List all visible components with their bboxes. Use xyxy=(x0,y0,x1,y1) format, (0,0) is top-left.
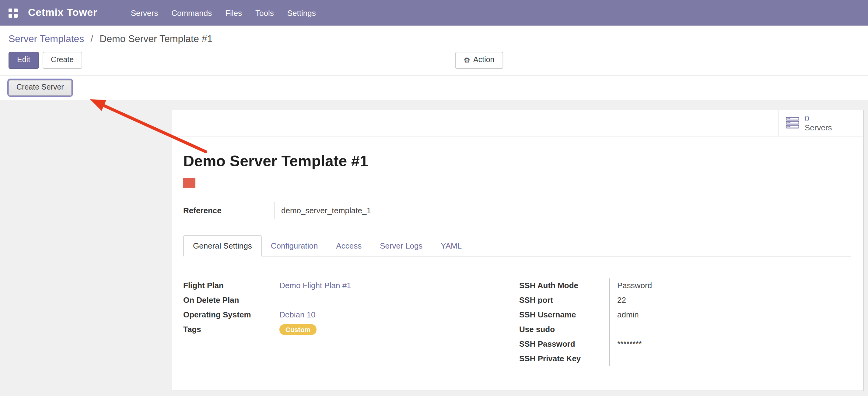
ssh-username-value: admin xyxy=(609,307,851,322)
flight-plan-label: Flight Plan xyxy=(183,278,279,293)
gear-icon: ⚙ xyxy=(464,57,470,64)
ssh-password-value: ******** xyxy=(609,337,851,351)
field-group-right: SSH Auth Mode Password SSH port 22 SSH U… xyxy=(519,278,851,366)
action-dropdown-button[interactable]: ⚙ Action xyxy=(455,52,503,68)
servers-stat-text: 0 Servers xyxy=(805,114,832,132)
control-panel: Server Templates / Demo Server Template … xyxy=(0,26,868,101)
field-row-operating-system: Operating System Debian 10 xyxy=(183,307,519,322)
breadcrumb: Server Templates / Demo Server Template … xyxy=(0,26,868,47)
breadcrumb-separator: / xyxy=(90,33,93,44)
ssh-auth-mode-value: Password xyxy=(609,278,851,293)
use-sudo-value xyxy=(609,322,851,337)
field-row-ssh-auth-mode: SSH Auth Mode Password xyxy=(519,278,851,293)
menu-item-servers[interactable]: Servers xyxy=(124,0,165,25)
on-delete-plan-value xyxy=(279,293,519,307)
field-row-ssh-password: SSH Password ******** xyxy=(519,337,851,351)
field-row-ssh-username: SSH Username admin xyxy=(519,307,851,322)
tab-configuration[interactable]: Configuration xyxy=(262,235,327,256)
servers-label: Servers xyxy=(805,123,832,132)
tab-general-settings-content: Flight Plan Demo Flight Plan #1 On Delet… xyxy=(183,278,851,366)
app-title: Cetmix Tower xyxy=(28,7,97,19)
operating-system-value-link[interactable]: Debian 10 xyxy=(279,310,316,319)
notebook-tabs: General Settings Configuration Access Se… xyxy=(183,235,851,256)
operating-system-label: Operating System xyxy=(183,307,279,322)
action-dropdown-label: Action xyxy=(473,55,495,65)
field-row-ssh-private-key: SSH Private Key xyxy=(519,351,851,366)
ssh-auth-mode-label: SSH Auth Mode xyxy=(519,278,609,293)
menu-item-commands[interactable]: Commands xyxy=(165,0,219,25)
field-row-flight-plan: Flight Plan Demo Flight Plan #1 xyxy=(183,278,519,293)
record-title: Demo Server Template #1 xyxy=(183,152,851,170)
ssh-private-key-label: SSH Private Key xyxy=(519,351,609,366)
reference-label: Reference xyxy=(183,206,275,215)
breadcrumb-current: Demo Server Template #1 xyxy=(99,33,212,44)
reference-field-row: Reference demo_server_template_1 xyxy=(183,202,851,219)
top-navbar: Cetmix Tower Servers Commands Files Tool… xyxy=(0,0,868,26)
ssh-port-value: 22 xyxy=(609,293,851,307)
field-group-left: Flight Plan Demo Flight Plan #1 On Delet… xyxy=(183,278,519,366)
ssh-username-label: SSH Username xyxy=(519,307,609,322)
on-delete-plan-label: On Delete Plan xyxy=(183,293,279,307)
tab-general-settings[interactable]: General Settings xyxy=(183,235,262,256)
tab-access[interactable]: Access xyxy=(327,235,371,256)
app-window: Cetmix Tower Servers Commands Files Tool… xyxy=(0,0,868,396)
menu-item-files[interactable]: Files xyxy=(219,0,249,25)
tab-server-logs[interactable]: Server Logs xyxy=(371,235,432,256)
use-sudo-label: Use sudo xyxy=(519,322,609,337)
field-row-use-sudo: Use sudo xyxy=(519,322,851,337)
menu-item-tools[interactable]: Tools xyxy=(249,0,281,25)
flight-plan-value-link[interactable]: Demo Flight Plan #1 xyxy=(279,281,351,290)
create-button[interactable]: Create xyxy=(42,52,82,68)
field-row-tags: Tags Custom xyxy=(183,322,519,337)
apps-grid-icon[interactable] xyxy=(8,8,18,17)
servers-count: 0 xyxy=(805,114,832,123)
breadcrumb-parent-link[interactable]: Server Templates xyxy=(8,33,84,44)
edit-button[interactable]: Edit xyxy=(8,52,39,68)
field-row-on-delete-plan: On Delete Plan xyxy=(183,293,519,307)
create-server-button[interactable]: Create Server xyxy=(8,80,72,95)
server-template-form-card: 0 Servers Demo Server Template #1 Refere… xyxy=(172,109,864,391)
ssh-port-label: SSH port xyxy=(519,293,609,307)
ssh-password-label: SSH Password xyxy=(519,337,609,351)
main-menu: Servers Commands Files Tools Settings xyxy=(124,0,322,25)
reference-value: demo_server_template_1 xyxy=(275,206,371,215)
tags-label: Tags xyxy=(183,322,279,337)
servers-icon xyxy=(786,117,799,129)
servers-stat-button[interactable]: 0 Servers xyxy=(778,110,863,136)
tag-badge-custom[interactable]: Custom xyxy=(279,324,316,335)
card-button-box-row: 0 Servers xyxy=(172,110,863,136)
card-body: Demo Server Template #1 Reference demo_s… xyxy=(172,136,863,366)
action-buttons-row: Edit Create ⚙ Action xyxy=(0,47,868,75)
content-area: 0 Servers Demo Server Template #1 Refere… xyxy=(0,101,868,396)
field-row-ssh-port: SSH port 22 xyxy=(519,293,851,307)
tab-yaml[interactable]: YAML xyxy=(432,235,471,256)
ssh-private-key-value xyxy=(609,351,851,366)
color-swatch[interactable] xyxy=(183,177,195,187)
menu-item-settings[interactable]: Settings xyxy=(281,0,322,25)
statusbar: Create Server xyxy=(0,75,868,101)
